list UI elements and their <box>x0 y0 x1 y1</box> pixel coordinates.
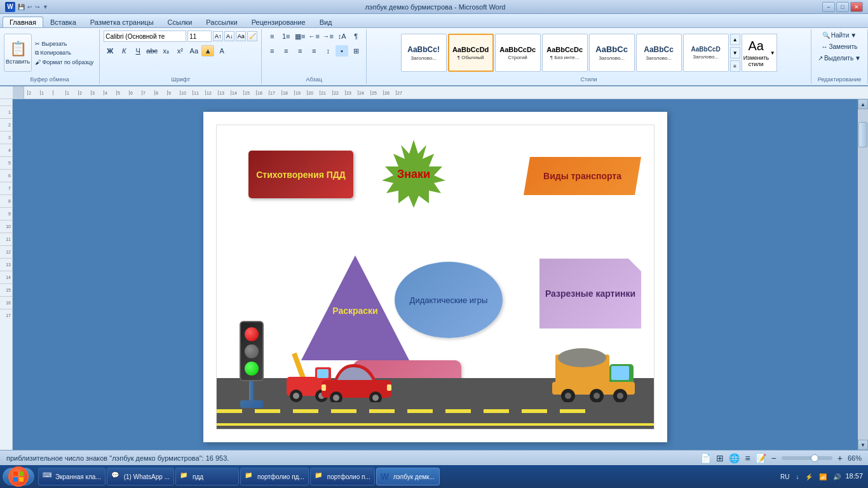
system-clock[interactable]: 18:57 <box>845 472 863 480</box>
scroll-thumb[interactable] <box>858 122 867 147</box>
tab-page-layout[interactable]: Разметка страницы <box>83 17 161 27</box>
quick-access-dropdown[interactable]: ▼ <box>43 4 48 10</box>
quick-access-undo[interactable]: ↩ <box>27 4 32 10</box>
shape-znaki[interactable]: Знаки <box>372 138 455 211</box>
style-heading1b[interactable]: AaBbCc Заголово... <box>589 34 635 72</box>
change-styles-button[interactable]: Aa Изменить стили ▼ <box>742 34 777 72</box>
taskbar-btn-portfolio1[interactable]: 📁 портфолио пд... <box>240 468 309 485</box>
numbering-button[interactable]: 1≡ <box>280 30 292 42</box>
find-button[interactable]: 🔍 Найти ▼ <box>820 30 859 40</box>
tray-bluetooth[interactable]: ⚡ <box>803 473 815 480</box>
decrease-font-button[interactable]: A↓ <box>224 31 234 41</box>
quick-access-redo[interactable]: ↪ <box>35 4 40 10</box>
taskbar-btn-lepbuk[interactable]: W лэпбук демк... <box>376 468 440 485</box>
multilevel-list-button[interactable]: ▦≡ <box>294 30 306 42</box>
sort-button[interactable]: ↕A <box>336 30 348 42</box>
view-mode-fullscreen[interactable]: ⊞ <box>716 453 724 463</box>
style-heading3[interactable]: AaBbCcD Заголово... <box>683 34 729 72</box>
shape-didakt[interactable]: Дидактические игры <box>395 262 503 338</box>
tab-references[interactable]: Ссылки <box>161 17 200 27</box>
increase-indent-button[interactable]: →≡ <box>322 30 334 42</box>
select-button[interactable]: ↗ Выделить ▼ <box>815 53 864 63</box>
bold-button[interactable]: Ж <box>104 45 116 57</box>
style-normal[interactable]: AaBbCcDd ¶ Обычный <box>448 34 494 72</box>
show-marks-button[interactable]: ¶ <box>349 30 362 42</box>
red-car-vehicle[interactable] <box>318 358 395 402</box>
taskbar-btn-portfolio2[interactable]: 📁 портфолио п... <box>310 468 375 485</box>
zoom-slider-thumb[interactable] <box>811 454 818 462</box>
view-mode-outline[interactable]: ≡ <box>745 453 750 463</box>
cut-button[interactable]: ✂ Вырезать <box>33 40 95 48</box>
replace-button[interactable]: ↔ Заменить <box>819 42 860 51</box>
superscript-button[interactable]: x² <box>173 45 186 57</box>
maximize-button[interactable]: □ <box>836 2 849 12</box>
highlight-button[interactable]: ▲ <box>201 45 214 57</box>
zoom-level-text: 66% <box>848 454 862 462</box>
tray-network[interactable]: 📶 <box>817 473 829 480</box>
font-size-input[interactable] <box>187 30 212 42</box>
shape-razrez[interactable]: Разрезные картинки <box>539 259 641 329</box>
tab-review[interactable]: Рецензирование <box>245 17 313 27</box>
increase-font-button[interactable]: A↑ <box>213 31 223 41</box>
borders-button[interactable]: ⊞ <box>349 45 362 57</box>
bullets-button[interactable]: ≡ <box>266 30 278 42</box>
shading-button[interactable]: ▪ <box>336 45 348 57</box>
dump-truck-vehicle[interactable] <box>549 345 638 402</box>
document-area[interactable]: Стихотворения ПДД Знаки Виды транспорта <box>13 99 858 450</box>
style-heading1[interactable]: AaBbCc! Заголово... <box>401 34 447 72</box>
font-color-button[interactable]: Аа <box>187 45 200 57</box>
style-heading2[interactable]: AaBbCc Заголово... <box>636 34 682 72</box>
underline-button[interactable]: Ч <box>132 45 144 57</box>
copy-button[interactable]: ⧉ Копировать <box>33 49 95 57</box>
taskbar-btn-whatsapp[interactable]: 💬 (1) WhatsApp ... <box>107 468 174 485</box>
zoom-minus-button[interactable]: − <box>771 453 776 463</box>
quick-access-save[interactable]: 💾 <box>18 4 25 10</box>
tab-home[interactable]: Главная <box>3 17 43 27</box>
close-button[interactable]: ✕ <box>850 2 863 12</box>
tab-insert[interactable]: Вставка <box>43 17 83 27</box>
minimize-button[interactable]: − <box>822 2 835 12</box>
decrease-indent-button[interactable]: ←≡ <box>308 30 320 42</box>
line-spacing-button[interactable]: ↕ <box>322 45 334 57</box>
traffic-light[interactable] <box>236 321 268 397</box>
start-button[interactable] <box>3 468 34 485</box>
align-left-button[interactable]: ≡ <box>266 45 278 57</box>
scroll-up-button[interactable]: ▲ <box>858 99 868 109</box>
font-case-button[interactable]: Aa <box>236 31 246 41</box>
styles-more-button[interactable]: ≡ <box>730 60 740 72</box>
align-center-button[interactable]: ≡ <box>280 45 292 57</box>
align-right-button[interactable]: ≡ <box>294 45 306 57</box>
paste-button[interactable]: 📋 Вставить <box>4 34 32 72</box>
styles-scroll-up[interactable]: ▲ <box>730 34 740 45</box>
style-strict[interactable]: AaBbCcDc Строгий <box>495 34 541 72</box>
justify-button[interactable]: ≡ <box>308 45 320 57</box>
road-mark-10 <box>560 409 585 413</box>
font-color2-button[interactable]: A <box>215 45 228 57</box>
tray-language[interactable]: RU <box>778 473 791 480</box>
subscript-button[interactable]: x₂ <box>159 45 172 57</box>
tray-volume[interactable]: 🔊 <box>831 473 843 480</box>
clear-format-button[interactable]: 🧹 <box>247 31 257 41</box>
tray-download[interactable]: ↓ <box>794 473 801 480</box>
zoom-plus-button[interactable]: + <box>837 453 843 463</box>
view-mode-draft[interactable]: 📝 <box>756 453 766 463</box>
strikethrough-button[interactable]: аbc <box>146 45 158 57</box>
view-mode-web[interactable]: 🌐 <box>729 453 740 463</box>
tab-view[interactable]: Вид <box>313 17 339 27</box>
taskbar-btn-lepbuk-label: лэпбук демк... <box>393 473 435 480</box>
shape-poems[interactable]: Стихотворения ПДД <box>248 151 353 198</box>
italic-button[interactable]: К <box>118 45 130 57</box>
styles-scroll-down[interactable]: ▼ <box>730 47 740 58</box>
scroll-down-button[interactable]: ▼ <box>858 440 868 450</box>
taskbar-btn-keyboard[interactable]: ⌨ Экранная кла... <box>38 468 105 485</box>
tab-mailings[interactable]: Рассылки <box>199 17 244 27</box>
taskbar-btn-pdd[interactable]: 📁 пдд <box>175 468 239 485</box>
scroll-track[interactable] <box>858 109 868 440</box>
format-painter-button[interactable]: 🖌 Формат по образцу <box>33 58 95 66</box>
vertical-scrollbar[interactable]: ▲ ▼ <box>858 99 868 450</box>
zoom-slider[interactable] <box>782 456 832 460</box>
font-name-input[interactable] <box>104 30 186 42</box>
style-no-spacing[interactable]: AaBbCcDc ¶ Без инте... <box>542 34 588 72</box>
view-mode-print[interactable]: 📄 <box>700 453 711 463</box>
shape-transport[interactable]: Виды транспорта <box>524 157 641 195</box>
